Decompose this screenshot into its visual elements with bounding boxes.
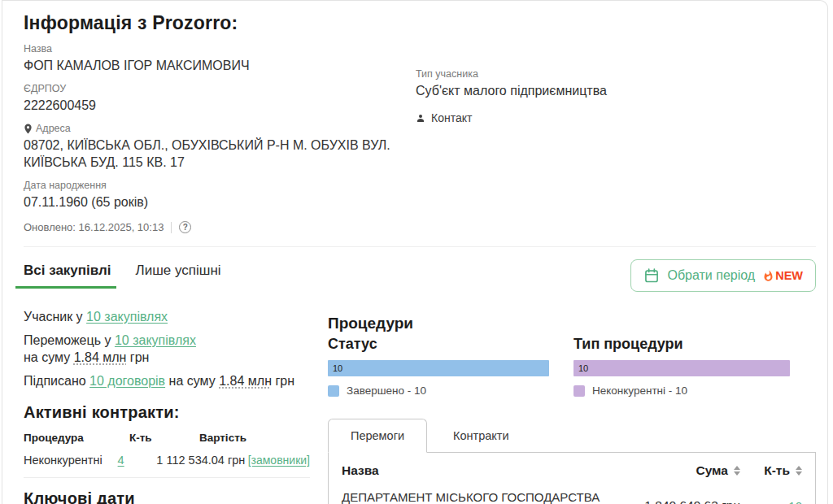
results-row: ДЕПАРТАМЕНТ МІСЬКОГО ГОСПОДАРСТВА ОДЕСЬК…: [342, 489, 802, 504]
status-chart-title: Статус: [328, 336, 549, 353]
procedures-charts: Статус 10 Завершено - 10 Тип процедури 1…: [328, 336, 816, 397]
participant-prefix: Учасник у: [24, 310, 83, 324]
edrpou-field: ЄДРПОУ 2222600459: [24, 83, 416, 114]
buyer-name-text: ДЕПАРТАМЕНТ МІСЬКОГО ГОСПОДАРСТВА ОДЕСЬК…: [342, 490, 600, 504]
procedure-type-legend-label: Неконкурентні - 10: [592, 385, 687, 397]
map-pin-icon: [24, 124, 33, 134]
participant-type-value: Суб'єкт малого підприємництва: [416, 82, 816, 99]
col-sum-label: Сума: [696, 463, 729, 478]
sort-icon: [796, 466, 802, 476]
calendar-icon: [643, 267, 660, 284]
col-count: К-ть: [129, 432, 170, 444]
signed-stat: Підписано 10 договорів на суму 1.84 млн …: [24, 372, 310, 389]
sort-icon: [734, 466, 740, 476]
header-right-column: Тип учасника Суб'єкт малого підприємницт…: [416, 34, 816, 233]
person-icon: [416, 113, 425, 123]
contact-row[interactable]: Контакт: [416, 111, 816, 124]
buyer-name-cell: ДЕПАРТАМЕНТ МІСЬКОГО ГОСПОДАРСТВА ОДЕСЬК…: [342, 489, 612, 504]
birth-date-field: Дата народження 07.11.1960 (65 років): [24, 180, 416, 211]
participant-count-link[interactable]: 10 закупівлях: [86, 310, 168, 324]
active-contracts-header: Процедура К-ть Вартість: [24, 432, 310, 444]
status-legend: Завершено - 10: [328, 385, 549, 397]
procedure-type-legend-swatch: [574, 385, 585, 397]
purchases-tabs: Всі закупівлі Лише успішні: [24, 263, 221, 289]
updated-row: Оновлено: 16.12.2025, 10:13 ?: [24, 221, 416, 233]
address-field: Адреса 08702, КИЇВСЬКА ОБЛ., ОБУХІВСЬКИЙ…: [24, 123, 416, 171]
signed-sum-amount[interactable]: 1.84 млн: [219, 374, 272, 388]
procedure-type-bar[interactable]: 10: [574, 360, 790, 376]
col-procedure: Процедура: [24, 432, 129, 444]
procedures-title: Процедури: [328, 315, 816, 332]
toolbar: Всі закупівлі Лише успішні Обрати період…: [24, 247, 816, 305]
winner-count-link[interactable]: 10 закупівлях: [115, 333, 196, 347]
winner-stat: Переможець у 10 закупівлях на суму 1.84 …: [24, 332, 310, 366]
active-contracts-title: Активні контракти:: [24, 403, 310, 422]
birth-date-label: Дата народження: [24, 180, 416, 191]
participant-type-field: Тип учасника Суб'єкт малого підприємницт…: [416, 68, 816, 99]
col-sum-sortable[interactable]: Сума: [612, 463, 740, 478]
count-link[interactable]: 10: [788, 499, 802, 504]
right-column: Процедури Статус 10 Завершено - 10 Тип п…: [328, 308, 816, 504]
status-legend-swatch: [328, 385, 339, 397]
results-table-header: Назва Сума К-ть: [342, 463, 802, 478]
contact-label: Контакт: [431, 111, 472, 124]
winner-prefix: Переможець у: [24, 333, 111, 347]
results-tabs: Перемоги Контракти: [328, 419, 816, 452]
status-chart: Статус 10 Завершено - 10: [328, 336, 549, 397]
participant-type-label: Тип учасника: [416, 68, 816, 80]
sum-cell: 1 840 649.63 грн: [612, 498, 740, 504]
participant-stat: Учасник у 10 закупівлях: [24, 308, 310, 325]
tab-wins[interactable]: Перемоги: [328, 419, 427, 453]
contract-count-link[interactable]: 4: [118, 454, 124, 467]
customers-link[interactable]: [замовники]: [248, 454, 310, 467]
col-name: Назва: [342, 463, 612, 478]
address-label: Адреса: [36, 123, 71, 134]
edrpou-label: ЄДРПОУ: [24, 83, 416, 94]
procedure-type-chart-title: Тип процедури: [574, 336, 790, 353]
winner-sum-currency: грн: [130, 350, 150, 364]
col-value: Вартість: [170, 432, 276, 444]
winner-sum-prefix: на суму: [24, 350, 70, 364]
active-contract-row: Неконкурентні 4 1 112 534.04 грн [замовн…: [24, 454, 310, 467]
status-legend-label: Завершено - 10: [347, 385, 426, 397]
prozorro-info-card: Інформація з Prozorro: Назва ФОП КАМАЛОВ…: [2, 0, 828, 504]
updated-text: Оновлено: 16.12.2025, 10:13: [24, 221, 164, 233]
signed-sum-prefix: на суму: [169, 374, 216, 388]
address-value: 08702, КИЇВСЬКА ОБЛ., ОБУХІВСЬКИЙ Р-Н М.…: [24, 137, 406, 171]
left-divider-1: [24, 477, 310, 478]
birth-date-value: 07.11.1960 (65 років): [24, 193, 416, 211]
procedure-type-chart: Тип процедури 10 Неконкурентні - 10: [574, 336, 790, 397]
col-count-label: К-ть: [764, 463, 790, 478]
header-grid: Назва ФОП КАМАЛОВ ІГОР МАКСИМОВИЧ ЄДРПОУ…: [24, 34, 816, 233]
select-period-label: Обрати період: [667, 268, 755, 283]
key-dates-title: Ключові дати: [24, 489, 310, 504]
signed-sum-currency: грн: [275, 374, 294, 388]
name-value: ФОП КАМАЛОВ ІГОР МАКСИМОВИЧ: [24, 57, 416, 74]
page-title: Інформація з Prozorro:: [24, 12, 816, 34]
vertical-divider: [171, 222, 172, 233]
contract-value-cell: 1 112 534.04 грн: [154, 454, 248, 467]
left-column: Учасник у 10 закупівлях Переможець у 10 …: [24, 308, 310, 504]
name-label: Назва: [24, 43, 416, 54]
flame-icon: [762, 270, 774, 282]
help-icon[interactable]: ?: [179, 221, 191, 233]
col-count-sortable[interactable]: К-ть: [740, 463, 802, 478]
results-card: Перемоги Контракти Назва Сума К-ть: [328, 419, 816, 504]
signed-prefix: Підписано: [24, 374, 86, 388]
tab-all-purchases[interactable]: Всі закупівлі: [24, 263, 111, 289]
new-badge-text: NEW: [775, 269, 803, 282]
content-columns: Учасник у 10 закупівлях Переможець у 10 …: [24, 308, 816, 504]
select-period-button[interactable]: Обрати період NEW: [630, 259, 816, 292]
name-field: Назва ФОП КАМАЛОВ ІГОР МАКСИМОВИЧ: [24, 43, 416, 74]
tab-successful-only[interactable]: Лише успішні: [136, 263, 221, 289]
results-table: Назва Сума К-ть ДЕПАРТАМЕНТ МІСЬКОГО ГОС…: [328, 452, 816, 504]
header-left-column: Назва ФОП КАМАЛОВ ІГОР МАКСИМОВИЧ ЄДРПОУ…: [24, 34, 416, 233]
procedure-type-legend: Неконкурентні - 10: [574, 385, 790, 397]
winner-sum-amount[interactable]: 1.84 млн: [74, 350, 127, 364]
status-bar[interactable]: 10: [328, 360, 549, 376]
signed-contracts-link[interactable]: 10 договорів: [89, 374, 165, 388]
procedure-cell: Неконкурентні: [24, 454, 118, 467]
new-badge: NEW: [762, 269, 803, 282]
tab-contracts[interactable]: Контракти: [427, 419, 535, 452]
edrpou-value: 2222600459: [24, 97, 416, 114]
